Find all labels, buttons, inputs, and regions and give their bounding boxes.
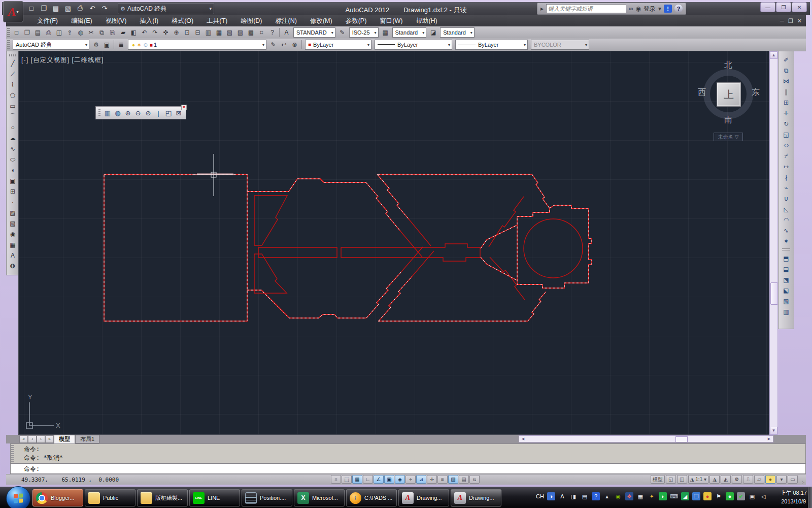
search-icon[interactable]: ∞ (629, 5, 633, 12)
menu-help[interactable]: 帮助(H) (409, 15, 444, 26)
blend-curves-icon[interactable]: ∿ (781, 225, 792, 236)
redo-icon[interactable]: ↷ (99, 3, 110, 13)
sphere-icon[interactable]: ◍ (113, 108, 123, 118)
lineweight-dropdown[interactable]: ByLayer (455, 40, 528, 50)
polyline-icon[interactable]: ⌇ (8, 79, 18, 90)
named-view-button[interactable]: 未命名 ▽ (714, 133, 743, 141)
layer-freeze-icon[interactable]: ✶ (137, 42, 141, 48)
text-to-front-icon[interactable]: ▧ (781, 296, 792, 306)
palette-icon[interactable]: ● (703, 492, 712, 500)
taskbar-clock[interactable]: 上午 08:17 2013/10/9 (780, 489, 807, 506)
explode-icon[interactable]: ✶ (781, 236, 792, 246)
save-icon[interactable]: ▤ (51, 3, 61, 13)
tab-prev-icon[interactable]: ‹ (28, 435, 37, 443)
infocenter-arrow-icon[interactable]: ▸ (540, 5, 544, 12)
layer-color-swatch[interactable]: ■ (150, 42, 153, 48)
signin-dropdown-icon[interactable]: ▾ (658, 5, 661, 12)
match-properties-icon[interactable]: ▰ (118, 27, 128, 38)
toolbar-separator[interactable]: | (153, 108, 163, 118)
start-button[interactable] (6, 486, 30, 508)
scroll-left-icon[interactable]: ◀ (520, 436, 526, 442)
transparency-toggle[interactable]: ▨ (448, 475, 458, 484)
help-icon[interactable]: ? (267, 27, 278, 38)
table-icon[interactable]: ▦ (8, 239, 18, 250)
horizontal-scrollbar[interactable]: ◀ ▶ (519, 435, 773, 442)
magicdisc-icon[interactable]: ❖ (625, 492, 633, 500)
block-editor-icon[interactable]: ◧ (128, 27, 139, 38)
polar-toggle[interactable]: ∠ (374, 475, 384, 484)
polygon-icon[interactable]: ⬠ (8, 90, 18, 101)
pan-icon[interactable]: ✜ (160, 27, 171, 38)
linetype-dropdown[interactable]: ByLayer (375, 40, 452, 50)
3d-dwf-icon[interactable]: ◍ (75, 27, 86, 38)
tab-model[interactable]: 模型 (54, 435, 75, 443)
menu-tools[interactable]: 工具(T) (200, 15, 234, 26)
menu-view[interactable]: 视图(V) (99, 15, 133, 26)
make-object-layer-current-icon[interactable]: ✎ (268, 40, 279, 50)
plot-preview-icon[interactable]: ◫ (54, 27, 64, 38)
signin-label[interactable]: 登录 (644, 5, 656, 13)
ortho-toggle[interactable]: ∟ (363, 475, 373, 484)
mleader-style-icon[interactable]: ◪ (428, 27, 438, 38)
ime-menu-icon[interactable]: ▤ (581, 492, 589, 500)
layer-dropdown[interactable]: ●✶⊙■ 1 (128, 40, 266, 50)
workspace-switching-icon[interactable]: ⚙ (732, 475, 742, 484)
line-icon[interactable]: ╱ (8, 58, 18, 69)
vertical-scrollbar[interactable]: ▲ ▼ (769, 51, 778, 435)
layer-previous-icon[interactable]: ↩ (279, 40, 289, 50)
dim-style-icon[interactable]: ✎ (337, 27, 348, 38)
new-icon[interactable]: □ (11, 27, 22, 38)
viewport-controls-label[interactable]: [-] [自定义视图] [二维线框] (21, 56, 104, 65)
plot-icon[interactable]: ⎙ (75, 3, 85, 13)
hardware-acceleration-icon[interactable]: ▱ (754, 475, 764, 484)
insert-block-icon[interactable]: ▣ (8, 175, 18, 186)
doc-minimize-button[interactable]: ─ (780, 18, 784, 24)
annotation-autoscale-icon[interactable]: ◭ (721, 475, 731, 484)
layer-states-icon[interactable]: ⊜ (289, 40, 300, 50)
menu-edit[interactable]: 编辑(E) (64, 15, 99, 26)
spline-icon[interactable]: ∿ (8, 143, 18, 154)
viewcube-east[interactable]: 东 (750, 87, 761, 98)
ime-letter-icon[interactable]: A (558, 492, 566, 500)
copy-icon[interactable]: ⧉ (781, 65, 792, 76)
markup-icon[interactable]: ▩ (246, 27, 256, 38)
quick-view-drawings-icon[interactable]: ◫ (677, 475, 687, 484)
table-style-icon[interactable]: ▦ (380, 27, 391, 38)
menu-insert[interactable]: 插入(I) (133, 15, 165, 26)
scroll-down-icon[interactable]: ▼ (770, 427, 777, 434)
zoom-window-icon[interactable]: ⊡ (182, 27, 192, 38)
show-desktop-button[interactable] (808, 487, 812, 508)
selection-cycling-toggle[interactable]: ⧅ (469, 475, 480, 484)
mirror-icon[interactable]: ⋈ (781, 76, 792, 86)
toolbar-lock-icon[interactable]: ⎍ (743, 475, 753, 484)
ime-help-icon[interactable]: ? (592, 492, 600, 500)
search-input[interactable] (546, 4, 626, 13)
sync-tool-icon[interactable]: ◢ (681, 492, 689, 500)
undo-icon[interactable]: ↶ (87, 3, 97, 13)
menu-window[interactable]: 窗口(W) (373, 15, 409, 26)
send-to-back-icon[interactable]: ⬓ (781, 264, 792, 274)
sphere-none-icon[interactable]: ⊘ (143, 108, 153, 118)
layer-on-icon[interactable]: ● (132, 42, 135, 48)
signin-avatar-icon[interactable]: ◉ (636, 5, 641, 12)
text-style-icon[interactable]: A (281, 27, 292, 38)
ime-width-icon[interactable]: ◨ (569, 492, 578, 500)
menu-file[interactable]: 文件(F) (30, 15, 64, 26)
revision-cloud-icon[interactable]: ☁ (8, 133, 18, 143)
ime-mode-icon[interactable]: ◑ (547, 492, 555, 500)
rotate-icon[interactable]: ↻ (781, 118, 792, 129)
dynamic-input-toggle[interactable]: ✛ (427, 475, 437, 484)
break-at-point-icon[interactable]: ∤ (781, 172, 792, 182)
menu-modify[interactable]: 修改(M) (303, 15, 339, 26)
command-history[interactable]: 命令: 命令: *取消* (10, 443, 806, 463)
close-button[interactable]: ✕ (792, 2, 807, 12)
taskbar-line[interactable]: LINE (189, 489, 240, 506)
scroll-right-icon[interactable]: ▶ (766, 436, 772, 442)
clean-screen-icon[interactable]: ▭ (788, 475, 798, 484)
quickcalc-icon[interactable]: ⌗ (256, 27, 267, 38)
tab-last-icon[interactable]: » (45, 435, 54, 443)
status-menu-arrow-icon[interactable]: ▾ (776, 475, 787, 484)
workspace-dropdown[interactable]: ⚙AutoCAD 经典 (118, 3, 214, 14)
new-icon[interactable]: □ (26, 3, 37, 13)
key-icon[interactable]: ✦ (648, 492, 656, 500)
